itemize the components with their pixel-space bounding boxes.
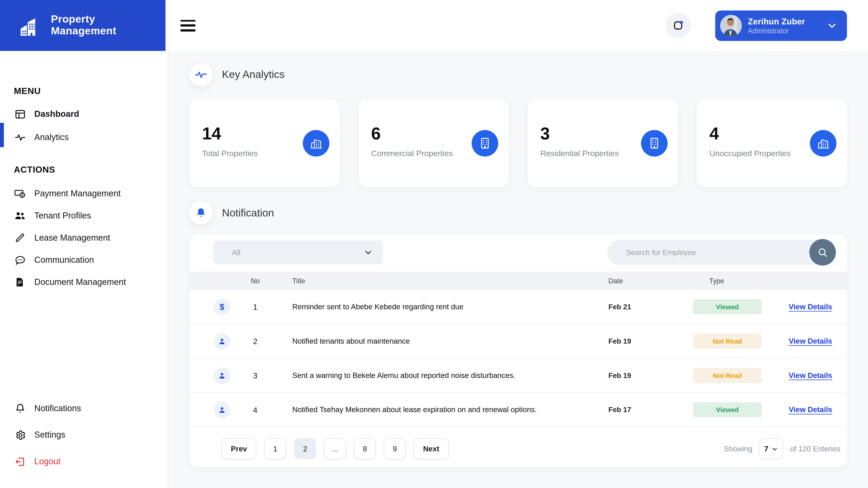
view-details-link[interactable]: View Details [774,303,847,311]
building-icon [472,130,498,157]
column-title: Title [272,277,593,285]
chevron-down-icon [771,445,778,452]
page-size-value: 7 [764,445,768,453]
active-item-indicator [0,123,4,147]
page-button-ellipsis[interactable]: ... [324,438,346,459]
view-details-link[interactable]: View Details [774,405,847,414]
next-page-button[interactable]: Next [414,438,449,459]
buildings-icon [810,130,837,157]
sidebar-item-dashboard[interactable]: Dashboard [0,102,168,126]
chat-icon [14,254,26,266]
status-badge: Not Read [693,334,762,349]
brand-logo[interactable]: Property Management [0,0,165,51]
sidebar-item-label: Analytics [34,132,69,142]
user-name: Zerihun Zuber [748,16,805,26]
top-header: Zerihun Zuber Administrator [168,0,868,51]
search-input[interactable] [608,239,836,265]
status-badge: Viewed [693,299,762,314]
filter-row: All [189,239,847,265]
table-header: No Title Date Type [189,271,847,290]
payment-icon: $ [14,188,26,200]
notification-date: Feb 17 [593,405,681,414]
stat-card-total-properties: 14 Total Properties [189,100,340,187]
stat-card-commercial-properties: 6 Commercial Properties [359,100,509,187]
hamburger-menu-icon[interactable] [180,20,195,31]
user-role: Administrator [748,27,805,35]
sidebar-section-menu: MENU [0,86,168,96]
sidebar-item-label: Communication [34,255,94,265]
page-button-8[interactable]: 8 [354,438,376,459]
bell-icon [189,201,213,225]
sidebar-item-communication[interactable]: Communication [0,249,168,271]
status-badge: Not Read [693,368,762,383]
bell-icon [14,402,26,414]
pagination-bar: Prev 1 2 ... 8 9 Next Showing 7 of 120 E… [189,438,847,459]
page-button-2-active[interactable]: 2 [294,438,316,459]
notification-title: Notified tenants about maintenance [272,337,593,345]
gear-icon [14,429,26,441]
sidebar-item-label: Settings [34,430,65,440]
notification-header: Notification [189,201,847,225]
activity-icon [189,63,213,86]
entries-summary: Showing 7 of 120 Enteries [724,438,840,459]
section-title: Notification [222,207,274,219]
sidebar-item-document-management[interactable]: Document Management [0,271,168,293]
view-details-link[interactable]: View Details [774,337,847,345]
logout-icon [14,456,26,467]
pulse-icon [14,131,26,143]
view-details-link[interactable]: View Details [774,371,847,380]
type-filter-dropdown[interactable]: All [213,240,383,265]
column-type: Type [681,277,774,285]
sidebar-item-notifications[interactable]: Notifications [0,397,168,419]
key-analytics-header: Key Analytics [189,63,847,86]
notification-badge-icon [672,19,685,32]
notification-date: Feb 19 [593,371,681,380]
sidebar-item-payment-management[interactable]: $ Payment Management [0,183,168,205]
main-content: Key Analytics 14 Total Properties [168,51,868,488]
page-button-9[interactable]: 9 [384,438,406,459]
row-number: 4 [238,405,272,414]
building-icon [641,130,668,157]
search-icon [816,246,829,258]
showing-label: Showing [724,445,752,453]
table-row: 2 Notified tenants about maintenance Feb… [189,324,847,359]
document-icon [14,276,26,288]
sidebar-item-label: Document Management [34,277,126,287]
sidebar-item-label: Tenant Profiles [34,211,91,221]
stat-cards: 14 Total Properties 6 Commercial Prope [189,100,847,187]
user-menu[interactable]: Zerihun Zuber Administrator [715,10,847,41]
notification-date: Feb 21 [593,303,681,311]
buildings-logo-icon [19,14,43,37]
column-no: No [238,277,272,285]
sidebar-item-lease-management[interactable]: Lease Management [0,227,168,249]
buildings-icon [303,130,329,157]
sidebar-item-label: Lease Management [34,233,110,243]
entries-label: of 120 Enteries [790,445,840,453]
prev-page-button[interactable]: Prev [221,438,256,459]
sidebar-item-tenant-profiles[interactable]: Tenant Profiles [0,205,168,227]
table-row: 3 Sent a warning to Bekele Alemu about r… [189,359,847,393]
dollar-icon: $ [214,298,230,315]
notification-title: Sent a warning to Bekele Alemu about rep… [272,371,593,380]
search-button[interactable] [809,239,836,266]
sidebar-item-label: Dashboard [34,109,79,119]
page-size-select[interactable]: 7 [759,438,783,459]
person-icon [214,367,230,384]
sidebar-item-analytics[interactable]: Analytics [0,126,168,148]
stat-card-unoccupied-properties: 4 Unoccupied Properties [697,100,847,187]
table-row: 4 Notified Tsehay Mekonnen about lease e… [189,393,847,427]
sidebar-item-label: Notifications [34,403,81,413]
sidebar-item-label: Logout [34,456,61,466]
sidebar-item-logout[interactable]: Logout [0,450,168,473]
page-button-1[interactable]: 1 [264,438,286,459]
row-number: 3 [238,371,272,380]
pencil-icon [14,232,26,243]
notification-date: Feb 19 [593,337,681,345]
sidebar-section-actions: ACTIONS [0,165,168,175]
notification-title: Reminder sent to Abebe Kebede regarding … [272,303,593,311]
notification-badge-button[interactable] [665,13,691,38]
chevron-down-icon [826,20,838,32]
brand-name: Property Management [51,14,116,37]
sidebar-item-settings[interactable]: Settings [0,424,168,446]
type-filter-value: All [232,248,240,256]
